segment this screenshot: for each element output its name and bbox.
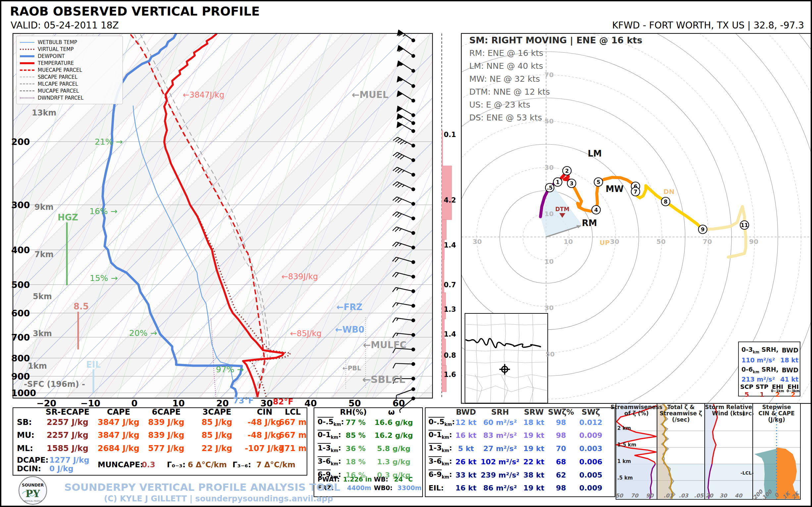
muncape-value: 0.3 [142, 460, 155, 469]
panel-1-tick: .01 [664, 493, 673, 499]
height-label: 3km [33, 329, 52, 338]
omega-value: 0.8 [444, 351, 456, 359]
wb0-value: 3300m [397, 484, 421, 492]
panel-level-label: .5 km [617, 475, 633, 481]
legend-label: TEMPERATURE [38, 60, 74, 66]
panel-0-tick: 50 [616, 493, 623, 499]
hodo-info-line-0: SM: RIGHT MOVING | ENE @ 16 kts [469, 35, 643, 45]
height-marker-label: 8 [664, 199, 667, 205]
dcape-value: 1277 J/kg [49, 456, 89, 464]
footer-line1: SOUNDERPY VERTICAL PROFILE ANALYSIS TOOL [64, 481, 340, 493]
level-annotation: ←MULFC [363, 340, 407, 350]
pressure-label-500: 500 [11, 280, 30, 290]
hodo-ring-label: 30 [472, 238, 482, 245]
kin-cell: 19 kt [523, 431, 544, 440]
cape-cell: 85 J/kg [202, 431, 233, 440]
hodo-ring-label: 50 [545, 117, 554, 125]
cape-cell: 839 J/kg [148, 418, 184, 427]
panel-1-tick: .05 [694, 493, 703, 499]
cape-cell: 3847 J/kg [98, 431, 140, 440]
height-label: 7km [35, 250, 54, 259]
height-marker-label: 3 [570, 180, 573, 187]
level-annotation: ←MUEL [352, 89, 389, 100]
level-annotation: ←PBL [343, 364, 361, 372]
zone-label-HGZ: HGZ [58, 213, 78, 222]
kin-cell: 0.006 [579, 458, 602, 466]
panel-2-tick: 20 [706, 493, 713, 499]
temp-tick-50: 50 [348, 398, 361, 408]
scp-value: 5 [745, 391, 749, 398]
cape-cell: 577 J/kg [148, 444, 184, 453]
legend-swatch [20, 98, 35, 98]
mixr-cell: 1.3 g/kg [377, 458, 411, 466]
kin-cell: 16 kt [455, 484, 476, 492]
cape-annotation: ←85J/kg [290, 329, 321, 338]
mixr-cell: 16.2 g/kg [374, 431, 413, 440]
panel-level-label: 1 km [617, 458, 631, 464]
omega-value: 1.6 [444, 371, 456, 379]
layer-label: 0-1km: [317, 431, 341, 440]
omega-bar [442, 220, 446, 240]
height-marker-label: 11 [741, 222, 748, 228]
dcin-value: 0 J/kg [49, 464, 73, 473]
kin-cell: 86 m²/s² [483, 484, 517, 492]
kin-cell: 102 m²/s² [481, 458, 520, 466]
legend-item-muecape-parcel: MUECAPE PARCEL [20, 66, 119, 73]
omega-bar [442, 365, 446, 392]
legend-swatch [20, 90, 35, 91]
rh-annotation: 16% → [89, 207, 117, 216]
kin-cell: 0.009 [579, 431, 602, 440]
station-id: KFWD - FORT WORTH, TX US | 32.8, -97.3 [612, 20, 804, 31]
kin-cell: 38 kt [523, 471, 544, 479]
height-marker-label: 2 [565, 168, 569, 174]
panel-2-title: Wind (kts) [712, 410, 745, 417]
bwd-0-3-header: BWD [782, 346, 799, 354]
hodo-ring-label: 10 [545, 258, 554, 266]
panel-marker-label: -LCL- [741, 470, 754, 475]
cape-row-label: SB: [17, 418, 32, 427]
valid-time: VALID: 05-24-2011 18Z [11, 20, 119, 31]
layer-label: 3-6km: [428, 457, 452, 466]
hodo-ring-label: 50 [546, 350, 555, 358]
height-marker-label: .5 [547, 185, 552, 191]
hodo-storm-label-up: UP [600, 239, 610, 246]
level-annotation: ←SBLCL [362, 374, 405, 385]
rh-annotation: 15% → [90, 273, 117, 283]
cape-cell: -48 J/kg [248, 431, 282, 440]
scp-header: SCP [740, 383, 753, 390]
height-label: 1km [28, 361, 47, 371]
omega-header: ω [388, 408, 395, 416]
rh-annotation: 20% → [129, 328, 157, 338]
layer-label: 0-.5km: [428, 418, 455, 427]
cape-cell: -48 J/kg [248, 418, 282, 427]
cape-cell: 85 J/kg [202, 418, 233, 427]
kin-cell: 33 kt [455, 471, 476, 479]
legend-label: DWNDRFT PARCEL [38, 95, 84, 101]
rh-cell: 36 % [346, 444, 366, 453]
kin-cell: 26 kt [455, 458, 476, 466]
cape-header-6CAPE: 6CAPE [152, 407, 181, 417]
height-marker-label: 9 [701, 226, 704, 233]
panel-level-label: 2 km [617, 425, 631, 431]
kin-cell: 98 [556, 484, 566, 492]
legend-swatch [20, 76, 35, 77]
hodo-ring-label: 30 [610, 238, 619, 245]
sounderpy-figure: .512345678911SOUNDERPYVERTICAL PROFILE R… [0, 0, 812, 507]
kin-cell: 239 m²/s² [481, 471, 520, 479]
layer-label: 0-1km: [428, 431, 452, 440]
temp-tick-10: 10 [172, 398, 185, 408]
kin-header-0: BWD [456, 408, 476, 416]
omega-value: 0.7 [444, 281, 456, 289]
kin-header-3: SWζ% [548, 408, 574, 416]
pressure-label-700: 700 [11, 332, 30, 342]
hodo-info-line-1: RM: ENE @ 16 kts [469, 48, 544, 58]
kin-cell: 27 m²/s² [483, 444, 517, 453]
cape-header-LCL: LCL [285, 407, 301, 417]
cape-cell: 667 m [279, 418, 306, 427]
panel-3-title: CIN & CAPE [758, 410, 795, 417]
rh-cell: 18 % [346, 458, 366, 466]
bwd-0-6-header: BWD [782, 367, 799, 374]
legend-item-dwndrft-parcel: DWNDRFT PARCEL [20, 94, 119, 101]
legend-label: MUECAPE PARCEL [38, 67, 82, 73]
kin-header-2: SRW [524, 408, 544, 416]
